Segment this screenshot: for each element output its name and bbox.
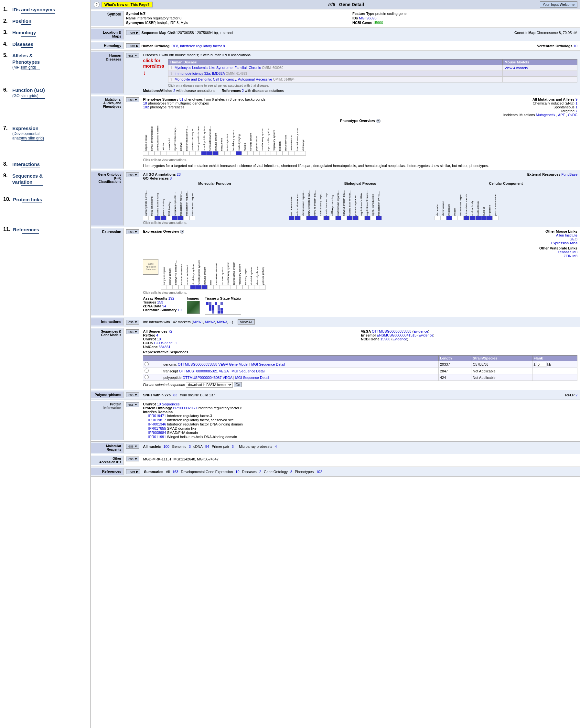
grid-cell-3[interactable] — [160, 216, 166, 220]
grid-cell-11[interactable] — [353, 216, 359, 220]
expression-atlas-link[interactable]: Expression Atlas — [551, 241, 577, 245]
matrix-cell[interactable] — [220, 302, 223, 305]
ccds-link[interactable]: CCDS22721.1 — [154, 341, 177, 345]
pheno-overview-help[interactable]: ? — [376, 119, 381, 123]
grid-cell-7[interactable] — [184, 151, 190, 156]
mgi-seq-detail-link-3[interactable]: MGI Sequence Detail — [236, 375, 269, 380]
grid-cell-2[interactable] — [173, 285, 178, 290]
grid-cell-6[interactable] — [178, 216, 184, 220]
go-download-button[interactable]: Go — [234, 382, 242, 387]
protein-toggle-button[interactable]: less ▼ — [126, 402, 139, 407]
transcript-radio[interactable] — [144, 368, 149, 373]
pheno-102-link[interactable]: 102 — [143, 105, 149, 109]
grid-cell-22[interactable] — [271, 151, 277, 156]
grid-cell-0[interactable] — [143, 216, 149, 220]
pheno-51-link[interactable]: 51 — [179, 97, 183, 101]
grid-cell-3[interactable] — [452, 216, 458, 220]
image-thumbnail[interactable] — [187, 301, 200, 314]
interpro-link[interactable]: IPR008984 — [148, 431, 166, 435]
grid-cell-10[interactable] — [201, 151, 207, 156]
grid-cell-1[interactable] — [149, 216, 155, 220]
grid-cell-10[interactable] — [493, 216, 499, 220]
matrix-cell[interactable] — [209, 308, 212, 311]
grid-cell-5[interactable] — [172, 151, 178, 156]
refs-count-link[interactable]: 2 — [242, 89, 244, 93]
genomic-radio[interactable] — [144, 362, 149, 366]
pheno-18-link[interactable]: 18 — [143, 101, 147, 105]
vega-link-3[interactable]: VEGA — [223, 375, 232, 380]
grid-cell-1[interactable] — [440, 216, 446, 220]
ottmust-link[interactable]: OTTMUST00000085321 — [179, 369, 218, 373]
vega-evidence-link[interactable]: Evidence — [414, 329, 428, 333]
matrix-cell[interactable] — [209, 305, 212, 308]
matrix-cell[interactable] — [215, 311, 217, 314]
disease-link-2[interactable]: Immunodeficiency 32a; IMD32A — [174, 72, 225, 75]
grid-cell-13[interactable] — [219, 151, 224, 156]
grid-cell-15[interactable] — [248, 285, 254, 290]
matrix-cell[interactable] — [218, 308, 220, 311]
microarray-link[interactable]: 4 — [275, 445, 277, 448]
grid-cell-4[interactable] — [166, 216, 172, 220]
snps-count-link[interactable]: 83 — [173, 393, 177, 397]
tissue-stage-matrix[interactable] — [205, 301, 241, 314]
ncbi-evidence-link[interactable]: Evidence — [392, 337, 407, 341]
grid-cell-10[interactable] — [219, 285, 225, 290]
view-all-button[interactable]: View All — [238, 319, 254, 324]
grid-cell-17[interactable] — [242, 151, 248, 156]
interpro-link[interactable]: IPR017855 — [148, 426, 166, 430]
interpro-link[interactable]: IPR011991 — [148, 435, 166, 439]
alleles-toggle-button[interactable]: less ▼ — [126, 97, 139, 102]
grid-cell-18[interactable] — [248, 151, 253, 156]
xenbase-link[interactable]: Xenbase irf8 — [557, 250, 577, 254]
allen-institute-link[interactable]: Allen Institute — [556, 233, 577, 237]
all-mutations-link[interactable]: 9 — [576, 97, 577, 101]
ncbi-gene-seq-link[interactable]: 15900 — [381, 337, 390, 341]
ottmusp-link[interactable]: OTTMUSP00000046087 — [183, 375, 222, 380]
grid-cell-21[interactable] — [265, 151, 271, 156]
matrix-cell[interactable] — [206, 302, 209, 305]
matrix-cell[interactable] — [206, 311, 209, 314]
homology-more-button[interactable]: more ▶ — [126, 43, 140, 48]
matrix-cell[interactable] — [209, 302, 212, 305]
grid-cell-2[interactable] — [300, 216, 306, 220]
grid-cell-9[interactable] — [195, 151, 201, 156]
apf-link[interactable]: APF — [558, 113, 565, 117]
grid-cell-8[interactable] — [481, 216, 487, 220]
assay-results-link[interactable]: 192 — [168, 296, 174, 300]
rflp-count-link[interactable]: 2 — [576, 393, 577, 397]
all-go-link[interactable]: 23 — [177, 173, 181, 176]
polypeptide-radio[interactable] — [144, 375, 149, 379]
matrix-cell[interactable] — [220, 311, 223, 314]
sequences-toggle-button[interactable]: less ▼ — [126, 329, 139, 334]
interpro-link[interactable]: IPR001346 — [148, 422, 166, 426]
input-welcome-button[interactable]: Your Input Welcome — [540, 1, 577, 8]
help-button[interactable]: ? — [94, 2, 100, 7]
refs-all-link[interactable]: 163 — [172, 470, 178, 474]
grid-cell-5[interactable] — [318, 216, 324, 220]
grid-cell-3[interactable] — [160, 151, 166, 156]
vega-id-link[interactable]: OTTMUSG00000033858 — [372, 329, 411, 333]
primer-pair-link[interactable]: 3 — [232, 445, 234, 448]
grid-cell-4[interactable] — [458, 216, 464, 220]
expr-overview-help[interactable]: ? — [180, 230, 185, 234]
mgi-id-link[interactable]: MGI:96395 — [359, 16, 376, 20]
grid-cell-27[interactable] — [300, 151, 306, 156]
grid-cell-11[interactable] — [225, 285, 231, 290]
matrix-cell[interactable] — [206, 308, 209, 311]
disease-link-1[interactable]: Myelocytic Leukemia-Like Syndrome, Famil… — [174, 66, 261, 70]
tissues-link[interactable]: 153 — [157, 300, 163, 304]
ensembl-id-link[interactable]: ENSMUSG00000041515 — [377, 333, 416, 337]
location-more-button[interactable]: more ▶ — [126, 30, 140, 35]
grid-cell-0[interactable] — [161, 285, 167, 290]
human-ortholog-link[interactable]: IRF8, interferon regulatory factor 8 — [170, 44, 225, 48]
refseq-link[interactable]: 4 — [156, 333, 158, 337]
mutagenetix-link[interactable]: Mutagenetix — [536, 113, 555, 117]
grid-cell-0[interactable] — [435, 216, 440, 220]
spontaneous-link[interactable]: 1 — [576, 105, 577, 109]
download-format-select[interactable]: download in FASTA format — [186, 382, 233, 388]
expression-toggle-button[interactable]: less ▼ — [126, 229, 139, 234]
grid-cell-8[interactable] — [190, 151, 195, 156]
grid-cell-6[interactable] — [178, 151, 184, 156]
grid-cell-8[interactable] — [335, 216, 341, 220]
grid-cell-1[interactable] — [167, 285, 173, 290]
